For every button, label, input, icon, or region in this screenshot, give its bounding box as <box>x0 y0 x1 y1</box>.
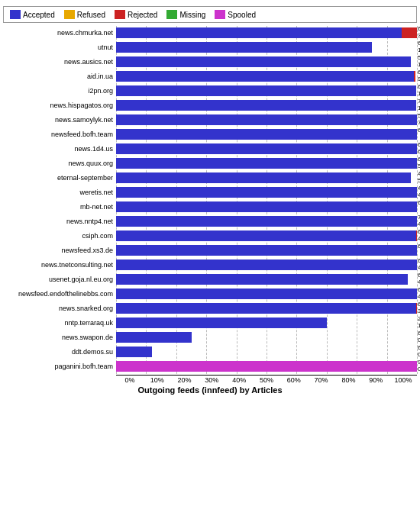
row-label: news.snarked.org <box>59 305 113 312</box>
bar-row <box>116 332 417 343</box>
bar-row <box>116 361 417 372</box>
row-label: news.tnetconsulting.net <box>41 261 113 269</box>
bar-row <box>116 143 417 154</box>
x-axis-label: 60% <box>280 376 308 384</box>
bar-segment-accepted <box>116 187 417 198</box>
bar-segment-accepted <box>116 216 417 227</box>
x-axis-label: 50% <box>253 376 280 384</box>
bar-row <box>116 100 417 111</box>
bar-segment-accepted <box>116 260 417 270</box>
row-label: newsfeed.xs3.de <box>61 247 113 254</box>
bar-row <box>116 216 417 227</box>
bar-segment-accepted <box>116 230 416 241</box>
bar-row <box>116 318 417 328</box>
row-label: news.ausics.net <box>64 58 113 66</box>
bar-segment-accepted <box>116 245 417 256</box>
row-label: news.swapon.de <box>62 334 113 341</box>
bar-row <box>116 42 417 53</box>
bar-segment-accepted <box>116 42 372 53</box>
x-axis-label: 100% <box>389 376 417 384</box>
row-label: nntp.terraraq.uk <box>64 319 113 327</box>
chart-container: AcceptedRefusedRejectedMissingSpooled ne… <box>0 0 420 519</box>
legend-color-refused <box>64 10 75 19</box>
bar-row <box>116 347 417 357</box>
bar-row <box>116 274 417 285</box>
legend-color-spooled <box>215 10 225 19</box>
row-label: weretis.net <box>79 189 113 196</box>
bar-segment-accepted <box>116 56 411 67</box>
x-axis-label: 70% <box>308 376 335 384</box>
bar-segment-accepted <box>116 201 417 212</box>
bar-segment-accepted <box>116 172 411 183</box>
bar-segment-rejected <box>414 71 415 82</box>
bar-row <box>116 187 417 198</box>
bar-row <box>116 289 417 299</box>
row-label: mb-net.net <box>80 203 113 211</box>
bar-segment-accepted <box>116 143 417 154</box>
bar-segment-accepted <box>116 158 417 169</box>
row-label: utnut <box>98 44 113 51</box>
x-axis-label: 30% <box>198 376 225 384</box>
bar-segment-accepted <box>116 303 416 314</box>
legend-item-missing: Missing <box>166 10 205 19</box>
bar-segment-accepted <box>116 274 408 285</box>
bar-segment-accepted <box>116 85 416 96</box>
bar-row <box>116 71 417 82</box>
bar-segment-accepted <box>116 318 327 328</box>
legend-color-rejected <box>115 10 125 19</box>
bar-segment-accepted <box>116 100 416 111</box>
labels-column: news.chmurka.netutnutnews.ausics.netaid.… <box>3 26 116 374</box>
x-axis-label: 0% <box>116 376 144 384</box>
row-label: eternal-september <box>57 174 113 182</box>
bar-row <box>116 303 417 314</box>
bar-row <box>116 172 417 183</box>
row-label: news.1d4.us <box>74 145 113 153</box>
bar-row <box>116 245 417 256</box>
x-axis-label: 20% <box>171 376 199 384</box>
legend-item-rejected: Rejected <box>115 10 157 19</box>
bar-segment-accepted <box>116 289 417 299</box>
bar-row <box>116 158 417 169</box>
chart-title: Outgoing feeds (innfeed) by Articles <box>3 385 417 395</box>
bar-row <box>116 230 417 241</box>
bar-segment-rejected <box>416 230 417 241</box>
x-axis-label: 10% <box>144 376 171 384</box>
legend: AcceptedRefusedRejectedMissingSpooled <box>3 6 417 23</box>
x-axis-label: 80% <box>335 376 363 384</box>
row-label: newsfeed.bofh.team <box>51 131 113 138</box>
x-axis-label: 90% <box>362 376 389 384</box>
legend-label-accepted: Accepted <box>23 11 55 19</box>
legend-color-accepted <box>10 10 21 19</box>
bar-segment-rejected <box>402 27 417 38</box>
row-label: paganini.bofh.team <box>54 363 113 370</box>
bar-row <box>116 260 417 270</box>
legend-color-missing <box>166 10 177 19</box>
bar-segment-accepted <box>116 347 152 357</box>
legend-item-refused: Refused <box>64 10 105 19</box>
row-label: news.nntp4.net <box>66 218 113 225</box>
outer-chart-wrapper: news.chmurka.netutnutnews.ausics.netaid.… <box>3 26 420 374</box>
bar-segment-accepted <box>116 114 417 125</box>
row-label: newsfeed.endofthelinebbs.com <box>18 290 113 298</box>
row-label: usenet.goja.nl.eu.org <box>49 276 113 283</box>
chart-area: news.chmurka.netutnutnews.ausics.netaid.… <box>3 26 417 374</box>
legend-label-missing: Missing <box>179 11 205 19</box>
bar-row <box>116 201 417 212</box>
row-label: aid.in.ua <box>87 73 113 80</box>
bar-row <box>116 129 417 140</box>
legend-item-accepted: Accepted <box>10 10 55 19</box>
row-label: news.hispagatos.org <box>50 102 113 109</box>
bar-segment-accepted <box>116 332 192 343</box>
bar-segment-accepted <box>116 27 402 38</box>
bar-row <box>116 27 417 38</box>
legend-item-spooled: Spooled <box>215 10 256 19</box>
legend-label-refused: Refused <box>77 11 105 19</box>
legend-label-spooled: Spooled <box>228 11 256 19</box>
bar-row <box>116 114 417 125</box>
bar-segment-accepted <box>116 71 414 82</box>
row-label: news.chmurka.net <box>57 29 113 37</box>
x-axis-labels: 0%10%20%30%40%50%60%70%80%90%100% <box>116 375 417 384</box>
row-label: news.samoylyk.net <box>55 116 113 124</box>
chart-bars-wrapper: 6658321869161148578411369749967361673561… <box>116 26 417 374</box>
x-axis-label: 40% <box>225 376 253 384</box>
